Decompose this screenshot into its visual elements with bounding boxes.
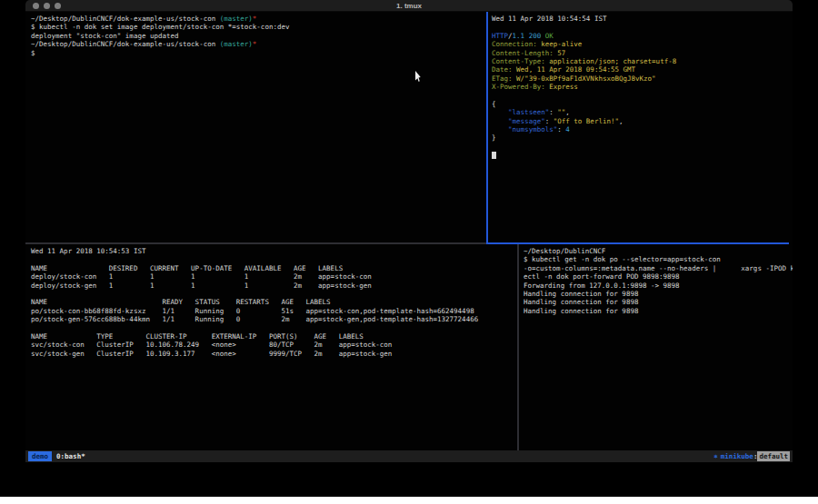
text-segment: ~/Desktop/DublinCNCF — [524, 247, 605, 255]
pane-bottom-right-port-forward[interactable]: ~/Desktop/DublinCNCF$ kubectl get -n dok… — [519, 244, 793, 450]
terminal-line: po/stock-gen-576cc688bb-44kmn 1/1 Runnin… — [31, 315, 517, 323]
text-segment: 1.1 200 — [513, 32, 542, 40]
pane-divider-vertical-top-active[interactable] — [486, 12, 488, 244]
terminal-line: Handling connection for 9898 — [524, 298, 793, 306]
terminal-line — [492, 92, 793, 100]
text-segment: (master) — [220, 40, 253, 48]
terminal-line: "message": "Off to Berlin!", — [492, 117, 793, 125]
terminal-line: X-Powered-By: Express — [492, 83, 793, 91]
text-segment: "lastseen" — [508, 108, 549, 116]
text-segment: "" — [557, 108, 565, 116]
terminal-line: -o=custom-columns=:metadata.name --no-he… — [524, 264, 793, 272]
text-segment: po/stock-gen-576cc688bb-44kmn 1/1 Runnin… — [31, 315, 478, 323]
terminal-line: ~/Desktop/DublinCNCF — [524, 247, 793, 255]
text-segment: } — [492, 133, 496, 142]
text-segment: Content-Length: — [492, 49, 554, 57]
text-segment: * — [253, 15, 257, 23]
text-segment: Forwarding from 127.0.0.1:9898 -> 9898 — [524, 282, 680, 290]
text-segment — [492, 108, 508, 116]
terminal-line: ETag: W/"39-0xBPf9aF1dXVNkhsxoBQgJ8vKzo" — [492, 74, 793, 83]
terminal-window: 1. tmux ~/Desktop/DublinCNCF/dok-example… — [25, 0, 793, 462]
terminal-line: svc/stock-gen ClusterIP 10.109.3.177 <no… — [31, 350, 517, 358]
terminal-line: svc/stock-con ClusterIP 10.106.78.249 <n… — [31, 341, 517, 349]
text-segment: svc/stock-gen ClusterIP 10.109.3.177 <no… — [31, 350, 392, 358]
tmux-status-bar: demo 0:bash* ⎈ minikube : default — [25, 450, 793, 462]
text-segment: HTTP — [492, 32, 508, 40]
kubernetes-helm-icon: ⎈ — [713, 452, 718, 460]
text-segment: : — [549, 108, 557, 116]
terminal-line: Handling connection for 9898 — [524, 290, 793, 298]
pane-top-right-http-response[interactable]: Wed 11 Apr 2018 10:54:54 IST HTTP/1.1 20… — [488, 12, 793, 242]
terminal-line: ectl -n dok port-forward POD 9898:9898 — [524, 272, 793, 281]
text-segment: , — [565, 108, 570, 116]
window-title: 1. tmux — [25, 2, 793, 10]
text-segment: (master) — [220, 15, 253, 23]
terminal-line: NAME TYPE CLUSTER-IP EXTERNAL-IP PORT(S)… — [31, 332, 517, 341]
text-segment: $ kubectl -n dok set image deployment/st… — [31, 23, 289, 31]
terminal-line: Content-Type: application/json; charset=… — [492, 57, 793, 65]
kube-context-label: minikube — [721, 452, 753, 460]
tmux-window-label[interactable]: 0:bash* — [56, 452, 85, 460]
text-segment: $ — [31, 49, 35, 57]
text-segment: keep-alive — [537, 40, 583, 48]
session-name-badge: demo — [28, 451, 52, 461]
pane-bottom-left-kubectl-resources[interactable]: Wed 11 Apr 2018 10:54:53 IST NAME DESIRE… — [25, 244, 517, 450]
terminal-line: ~/Desktop/DublinCNCF/dok-example-us/stoc… — [31, 40, 486, 48]
terminal-line: deployment "stock-con" image updated — [31, 32, 486, 40]
text-segment: $ kubectl get -n dok po --selector=app=s… — [524, 255, 721, 263]
terminal-line: ~/Desktop/DublinCNCF/dok-example-us/stoc… — [31, 15, 486, 23]
text-segment: Handling connection for 9898 — [524, 298, 638, 306]
text-segment: OK — [545, 32, 554, 40]
terminal-line: deploy/stock-con 1 1 1 1 2m app=stock-co… — [31, 272, 517, 281]
terminal-line: Date: Wed, 11 Apr 2018 09:54:55 GMT — [492, 65, 793, 74]
text-segment: ~/Desktop/DublinCNCF/dok-example-us/stoc… — [31, 15, 220, 23]
page-bottom-strip — [0, 497, 818, 504]
pane-divider-vertical-bottom[interactable] — [517, 244, 519, 450]
text-segment: -o=custom-columns=:metadata.name --no-he… — [524, 264, 793, 272]
text-segment: NAME TYPE CLUSTER-IP EXTERNAL-IP PORT(S)… — [31, 332, 364, 341]
terminal-line: Handling connection for 9898 — [524, 307, 793, 315]
screenshot-root: 1. tmux ~/Desktop/DublinCNCF/dok-example… — [0, 0, 818, 504]
terminal-line: deploy/stock-gen 1 1 1 1 2m app=stock-ge… — [31, 282, 517, 290]
text-segment: Express — [545, 83, 578, 91]
terminal-line: Connection: keep-alive — [492, 40, 793, 48]
terminal-line: $ — [31, 49, 486, 57]
terminal-line — [492, 143, 793, 151]
terminal-line: Wed 11 Apr 2018 10:54:54 IST — [492, 15, 793, 23]
text-segment: application/json; charset=utf-8 — [545, 57, 677, 65]
kube-status: ⎈ minikube : default — [713, 451, 790, 461]
text-segment: Wed 11 Apr 2018 10:54:53 IST — [31, 247, 145, 255]
text-segment: NAME READY STATUS RESTARTS AGE LABELS — [31, 298, 331, 306]
text-segment: , — [619, 117, 623, 125]
text-segment: ETag: — [492, 74, 513, 83]
tmux-session: ~/Desktop/DublinCNCF/dok-example-us/stoc… — [25, 12, 793, 450]
terminal-line: Forwarding from 127.0.0.1:9898 -> 9898 — [524, 282, 793, 290]
text-segment: { — [492, 100, 496, 108]
terminal-line: "lastseen": "", — [492, 108, 793, 116]
text-segment: 57 — [554, 49, 566, 57]
text-segment: po/stock-con-bb68f88fd-kzsxz 1/1 Running… — [31, 307, 474, 315]
pane-divider-horizontal-active[interactable] — [486, 242, 789, 244]
terminal-line: NAME DESIRED CURRENT UP-TO-DATE AVAILABL… — [31, 264, 517, 272]
terminal-line: NAME READY STATUS RESTARTS AGE LABELS — [31, 298, 517, 306]
text-segment: "Off to Berlin!" — [554, 117, 619, 125]
text-segment — [492, 125, 508, 133]
terminal-line: Content-Length: 57 — [492, 49, 793, 57]
terminal-line: "numsymbols": 4 — [492, 125, 793, 133]
text-segment: W/"39-0xBPf9aF1dXVNkhsxoBQgJ8vKzo" — [513, 74, 656, 83]
text-segment: Connection: — [492, 40, 537, 48]
text-cursor — [492, 152, 496, 159]
terminal-line — [31, 324, 517, 332]
terminal-line: po/stock-con-bb68f88fd-kzsxz 1/1 Running… — [31, 307, 517, 315]
pane-top-left-shell[interactable]: ~/Desktop/DublinCNCF/dok-example-us/stoc… — [25, 12, 486, 242]
terminal-line: HTTP/1.1 200 OK — [492, 32, 793, 40]
text-segment: Handling connection for 9898 — [524, 290, 638, 298]
text-segment: ectl -n dok port-forward POD 9898:9898 — [524, 272, 680, 281]
text-segment: deployment "stock-con" image updated — [31, 32, 179, 40]
text-segment: : — [557, 125, 565, 133]
text-segment: : — [545, 117, 554, 125]
pane-divider-horizontal[interactable] — [25, 242, 486, 244]
text-segment: ~/Desktop/DublinCNCF/dok-example-us/stoc… — [31, 40, 220, 48]
terminal-line — [31, 290, 517, 298]
terminal-line: Wed 11 Apr 2018 10:54:53 IST — [31, 247, 517, 255]
